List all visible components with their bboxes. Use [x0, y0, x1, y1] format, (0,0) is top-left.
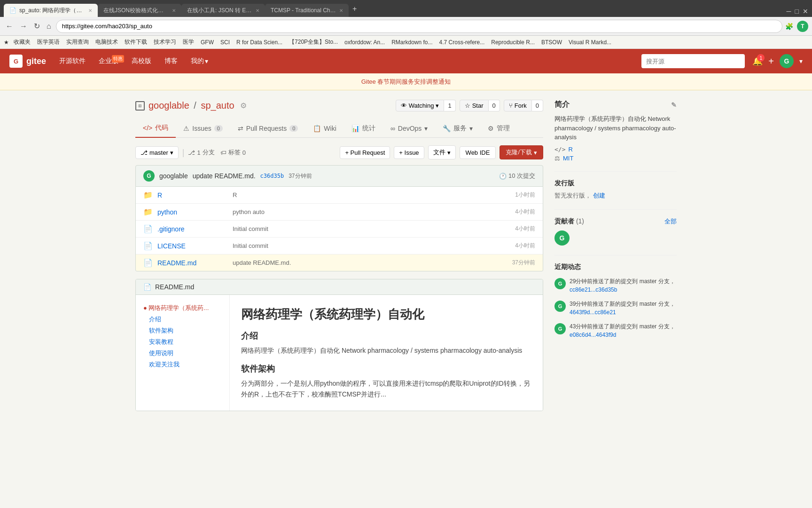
- close-window-icon[interactable]: ✕: [803, 8, 808, 15]
- nav-enterprise[interactable]: 企业版 特惠: [93, 54, 124, 68]
- nav-mine[interactable]: 我的 ▾: [185, 54, 214, 68]
- tab-services[interactable]: 🔧 服务 ▾: [435, 119, 480, 137]
- sidebar-lang-value[interactable]: R: [568, 146, 572, 153]
- user-avatar-button[interactable]: G: [780, 54, 794, 68]
- file-button[interactable]: 文件 ▾: [428, 145, 456, 159]
- tab-3-close[interactable]: ✕: [256, 8, 259, 13]
- activity-avatar-1[interactable]: G: [554, 278, 566, 289]
- bookmark-practical-query[interactable]: 实用查询: [63, 37, 92, 47]
- contributor-avatar-1[interactable]: G: [554, 230, 570, 246]
- bookmark-r-data[interactable]: R for Data Scien...: [234, 38, 285, 47]
- branch-count-item[interactable]: ⎇ 1 分支: [188, 148, 214, 157]
- bookmark-software[interactable]: 软件下载: [122, 37, 150, 47]
- commit-author-name[interactable]: googlable: [159, 172, 188, 180]
- browser-tab-1[interactable]: 📄 sp_auto: 网络药理学（系统药... ✕: [4, 4, 98, 17]
- toc-item-1[interactable]: 介绍: [143, 314, 222, 325]
- sidebar-license-value[interactable]: MIT: [563, 155, 573, 162]
- bookmark-favorites[interactable]: 收藏夹: [11, 37, 33, 47]
- back-button[interactable]: ←: [4, 20, 15, 32]
- bookmark-btsow[interactable]: BTSOW: [539, 38, 565, 47]
- toc-item-3[interactable]: 安装教程: [143, 336, 222, 348]
- commit-author-avatar[interactable]: G: [143, 170, 155, 182]
- file-commit-gitignore: Initial commit: [233, 225, 510, 232]
- bookmark-computer-tech[interactable]: 电脑技术: [93, 37, 121, 47]
- tab-devops[interactable]: ∞ DevOps ▾: [383, 119, 436, 137]
- gitee-search-input[interactable]: [641, 54, 745, 68]
- tab-manage[interactable]: ⚙ 管理: [480, 119, 517, 137]
- toc-item-4[interactable]: 使用说明: [143, 348, 222, 359]
- tab-4-close[interactable]: ✕: [339, 8, 343, 13]
- bookmark-gfw[interactable]: GFW: [198, 38, 217, 47]
- bookmark-medical-english[interactable]: 医学英语: [34, 37, 62, 47]
- user-profile-icon[interactable]: T: [797, 21, 808, 32]
- nav-university[interactable]: 高校版: [126, 54, 157, 68]
- maximize-icon[interactable]: □: [795, 8, 799, 15]
- nav-blog[interactable]: 博客: [159, 54, 183, 68]
- file-name-license[interactable]: LICENSE: [157, 242, 228, 250]
- commit-count[interactable]: 🕐 10 次提交: [499, 172, 535, 180]
- commit-message-link[interactable]: update README.md.: [193, 172, 256, 180]
- reload-button[interactable]: ↻: [32, 20, 42, 32]
- tag-count-item[interactable]: 🏷 标签 0: [220, 148, 246, 157]
- bookmark-cross-ref[interactable]: 4.7 Cross-refere...: [437, 38, 488, 47]
- commit-hash-link[interactable]: c36d35b: [260, 173, 284, 179]
- branch-selector[interactable]: ⎇ master ▾: [135, 146, 179, 159]
- create-release-link[interactable]: 创建: [593, 192, 605, 199]
- address-bar[interactable]: [56, 20, 782, 33]
- repo-name-link[interactable]: sp_auto: [201, 100, 234, 111]
- activity-hash-2[interactable]: 4643f9d...cc86e21: [570, 309, 616, 316]
- file-name-gitignore[interactable]: .gitignore: [157, 225, 228, 233]
- file-name-r[interactable]: R: [157, 191, 228, 199]
- sidebar-edit-icon[interactable]: ✎: [671, 101, 677, 109]
- tab-2-close[interactable]: ✕: [172, 8, 176, 13]
- file-name-readme[interactable]: README.md: [157, 259, 228, 267]
- web-ide-button[interactable]: Web IDE: [460, 146, 496, 159]
- notification-button[interactable]: 🔔 1: [752, 56, 763, 66]
- bookmark-visual-r[interactable]: Visual R Markd...: [566, 38, 614, 47]
- toc-item-2[interactable]: 软件架构: [143, 325, 222, 336]
- browser-tab-2[interactable]: 在线JSON校验格式化工具（Be... ✕: [98, 4, 181, 17]
- fork-button[interactable]: ⑂ Fork: [504, 100, 532, 111]
- issue-button[interactable]: + Issue: [394, 146, 424, 159]
- bookmark-rmarkdown[interactable]: RMarkdown fo...: [389, 38, 435, 47]
- tab-pull-requests[interactable]: ⇄ Pull Requests 0: [230, 119, 306, 137]
- tab-wiki[interactable]: 📋 Wiki: [305, 119, 344, 137]
- star-button[interactable]: ☆ Star: [460, 100, 489, 111]
- gitee-logo[interactable]: G gitee: [9, 55, 46, 68]
- tab-code[interactable]: </> 代码: [135, 119, 176, 138]
- activity-hash-1[interactable]: cc86e21...c36d35b: [570, 286, 617, 293]
- bookmark-oxforddown[interactable]: oxforddow: An...: [342, 38, 388, 47]
- minimize-icon[interactable]: ─: [787, 8, 791, 15]
- toc-item-0[interactable]: ● 网络药理学（系统药...: [143, 302, 222, 314]
- repo-settings-icon[interactable]: ⚙: [240, 101, 247, 110]
- watch-button[interactable]: 👁 Watching ▾: [396, 100, 445, 111]
- clone-download-button[interactable]: 克隆/下载 ▾: [500, 145, 543, 159]
- home-button[interactable]: ⌂: [45, 20, 53, 32]
- new-tab-button[interactable]: +: [349, 3, 360, 15]
- contributors-all-link[interactable]: 全部: [664, 217, 677, 226]
- browser-tab-3[interactable]: 在线小工具: JSON 转 Excel ✕: [181, 4, 265, 17]
- tab-issues[interactable]: ⚠ Issues 0: [176, 119, 230, 137]
- repo-owner-link[interactable]: googlable: [148, 100, 189, 111]
- activity-avatar-3[interactable]: G: [554, 323, 566, 334]
- create-repo-button[interactable]: +: [768, 56, 774, 67]
- user-dropdown-arrow[interactable]: ▾: [799, 57, 803, 65]
- forward-button[interactable]: →: [18, 20, 29, 32]
- toc-item-5[interactable]: 欢迎关注我: [143, 359, 222, 370]
- nav-open-source[interactable]: 开源软件: [54, 54, 91, 68]
- activity-hash-3[interactable]: e08c6d4...4643f9d: [570, 332, 616, 338]
- tab-stats[interactable]: 📊 统计: [344, 119, 383, 137]
- activity-avatar-2[interactable]: G: [554, 301, 566, 312]
- tab-1-close[interactable]: ✕: [88, 8, 92, 13]
- pull-request-button[interactable]: + Pull Request: [340, 146, 390, 159]
- bookmark-sci[interactable]: SCI: [218, 38, 233, 47]
- file-name-python[interactable]: python: [157, 208, 228, 216]
- sidebar-divider-3: [554, 255, 677, 255]
- extensions-icon[interactable]: 🧩: [785, 23, 793, 30]
- bookmark-medical[interactable]: 医学: [180, 37, 197, 47]
- bookmark-720p[interactable]: 【720P全集】Sto...: [286, 37, 341, 47]
- notice-link[interactable]: Gitee 春节期间服务安排调整通知: [361, 78, 451, 86]
- bookmark-tech-learning[interactable]: 技术学习: [151, 37, 179, 47]
- bookmark-reproducible[interactable]: Reproducible R...: [488, 38, 538, 47]
- browser-tab-4[interactable]: TCMSP - Traditional Chinese M... ✕: [265, 4, 349, 17]
